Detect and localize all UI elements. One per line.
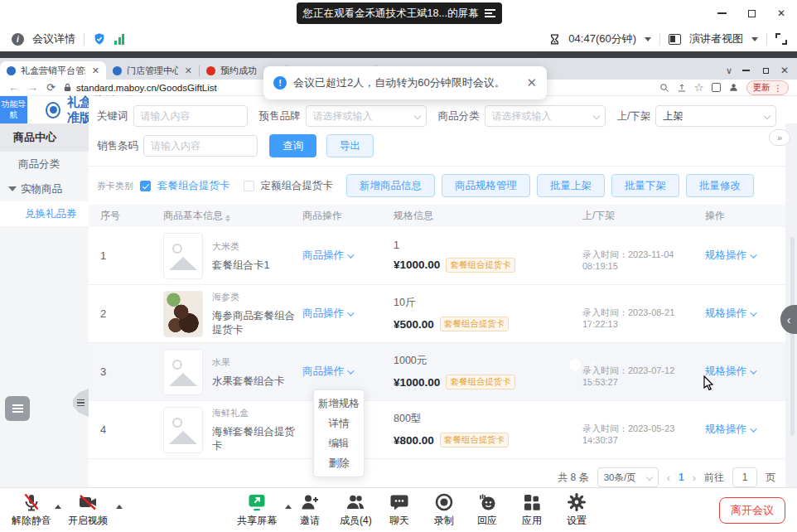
window-maximize-button[interactable] <box>742 4 761 22</box>
forward-icon[interactable]: → <box>27 81 38 94</box>
batch-on-shelf-button[interactable]: 批量上架 <box>537 174 605 197</box>
apps-button[interactable]: 应用 <box>522 492 542 528</box>
fixed-card-checkbox-label[interactable]: 定额组合提货卡 <box>261 179 334 193</box>
tab-close-icon[interactable]: ✕ <box>92 65 99 76</box>
vertical-scrollbar[interactable] <box>790 237 795 436</box>
barcode-input[interactable] <box>143 135 258 157</box>
browser-menu-icon[interactable]: ⋮ <box>774 83 783 93</box>
reactions-button[interactable]: 回应 <box>477 492 497 528</box>
chevron-down-icon <box>592 113 599 119</box>
barcode-label: 销售条码 <box>97 139 138 153</box>
back-icon[interactable]: ← <box>8 81 19 94</box>
timer-dropdown-icon[interactable] <box>645 37 651 41</box>
category-select[interactable]: 请选择或输入 <box>485 105 606 127</box>
share-options-chevron[interactable] <box>285 505 292 509</box>
goto-page-input[interactable] <box>732 467 757 487</box>
batch-edit-button[interactable]: 批量修改 <box>686 174 754 197</box>
speaker-view-button[interactable]: 演讲者视图 <box>689 31 743 46</box>
meeting-details-button[interactable]: 会议详情 <box>32 31 75 46</box>
members-button[interactable]: 成员(4) <box>340 492 372 528</box>
batch-off-shelf-button[interactable]: 批量下架 <box>611 174 679 197</box>
toast-close-icon[interactable]: ✕ <box>526 75 537 90</box>
card-type-tag: 套餐组合提货卡 <box>446 258 515 273</box>
share-icon[interactable] <box>677 83 687 93</box>
page-size-select[interactable]: 30条/页 <box>597 467 659 487</box>
menu-item-detail[interactable]: 详情 <box>314 414 364 433</box>
window-minimize-button[interactable] <box>712 4 731 22</box>
product-action-dropdown[interactable]: 商品操作 <box>302 249 375 263</box>
video-options-chevron[interactable] <box>116 505 123 509</box>
spec-action-dropdown[interactable]: 规格操作 <box>705 307 774 321</box>
product-action-dropdown-open[interactable]: 商品操作 <box>302 365 375 379</box>
card-type-label: 券卡类别 <box>97 180 133 192</box>
browser-update-button[interactable]: 更新 ⋮ <box>746 80 790 95</box>
network-signal-icon[interactable] <box>114 34 124 45</box>
brand-select[interactable]: 请选择或输入 <box>306 105 427 127</box>
zoom-search-icon[interactable] <box>659 83 669 93</box>
bookmark-star-icon[interactable]: ☆ <box>694 81 704 94</box>
keyword-input[interactable] <box>133 105 248 127</box>
spec-manage-button[interactable]: 商品规格管理 <box>442 174 530 197</box>
view-dropdown-icon[interactable] <box>751 37 758 41</box>
settings-button[interactable]: 设置 <box>567 492 587 528</box>
function-nav-tab[interactable]: 功能导航 <box>0 96 27 123</box>
tab-search-chevron-icon[interactable]: ∨ <box>726 65 732 76</box>
product-image-placeholder <box>163 349 203 395</box>
col-basic-info[interactable]: 商品基本信息 <box>163 209 302 223</box>
floating-list-button[interactable] <box>5 396 30 421</box>
toast-info-icon: ! <box>273 76 287 89</box>
share-screen-button[interactable]: 共享屏幕 <box>237 492 277 528</box>
side-panel-icon[interactable] <box>712 83 721 92</box>
profile-avatar-icon[interactable] <box>728 82 739 93</box>
browser-minimize-button[interactable] <box>741 65 752 76</box>
export-button[interactable]: 导出 <box>326 134 374 157</box>
chat-button[interactable]: 聊天 <box>389 492 409 528</box>
sidebar-collapse-handle[interactable] <box>73 389 89 417</box>
current-page[interactable]: 1 <box>679 472 684 483</box>
leave-meeting-button[interactable]: 离开会议 <box>719 497 785 524</box>
fixed-card-checkbox[interactable] <box>244 181 254 191</box>
search-button[interactable]: 查询 <box>269 134 316 157</box>
banner-menu-icon[interactable] <box>485 7 495 19</box>
main-panel: 关键词 预售品牌 请选择或输入 商品分类 请选择或输入 上/下架 上架 销售条码… <box>89 96 785 487</box>
next-page-button[interactable]: › <box>693 472 696 484</box>
mute-options-chevron[interactable] <box>55 505 61 509</box>
shelf-select[interactable]: 上架 <box>655 105 776 127</box>
spec-action-dropdown[interactable]: 规格操作 <box>705 249 774 263</box>
invite-button[interactable]: 邀请 <box>300 492 320 528</box>
sidebar-item-product-category[interactable]: 商品分类 <box>0 152 89 177</box>
product-image-placeholder <box>163 233 203 279</box>
refresh-icon[interactable]: ⟳ <box>46 81 56 94</box>
record-button[interactable]: 录制 <box>434 492 454 528</box>
tab-favicon <box>206 66 215 75</box>
spec-action-dropdown[interactable]: 规格操作 <box>705 423 774 437</box>
menu-item-delete[interactable]: 删除 <box>314 453 364 473</box>
window-close-button[interactable]: ✕ <box>772 4 790 22</box>
prev-page-button[interactable]: ‹ <box>667 472 670 484</box>
meeting-toolbar: 解除静音 开启视频 共享屏幕 <box>0 487 797 532</box>
browser-tab-1[interactable]: 礼盒营销平台管理中心 ✕ <box>0 61 106 80</box>
combo-card-checkbox[interactable] <box>140 181 151 191</box>
fullscreen-icon[interactable] <box>775 33 787 45</box>
unmute-button[interactable]: 解除静音 <box>12 492 51 528</box>
browser-maximize-button[interactable] <box>761 65 772 76</box>
url-field[interactable]: standard.maboy.cn/GoodsGiftList <box>64 83 217 93</box>
col-shelf: 上/下架 <box>582 209 705 223</box>
tab-close-icon[interactable]: ✕ <box>185 65 192 76</box>
sidebar-item-gift-voucher[interactable]: 兑换礼品券 <box>0 201 89 226</box>
sort-icon[interactable] <box>225 215 230 222</box>
start-video-button[interactable]: 开启视频 <box>68 492 108 528</box>
add-product-button[interactable]: 新增商品信息 <box>346 174 435 197</box>
shield-check-icon[interactable] <box>93 32 106 46</box>
combo-card-checkbox-label[interactable]: 套餐组合提货卡 <box>157 179 230 193</box>
browser-close-button[interactable]: ✕ <box>780 65 789 76</box>
sidebar-item-physical-goods[interactable]: 实物商品 <box>0 177 89 201</box>
table-header: 序号 商品基本信息 商品操作 规格信息 上/下架 操作 <box>89 205 785 227</box>
browser-tab-2[interactable]: 门店管理中心 ✕ <box>106 61 199 80</box>
menu-item-edit[interactable]: 编辑 <box>314 433 364 453</box>
product-action-dropdown[interactable]: 商品操作 <box>302 307 375 321</box>
meeting-app-window: 您正在观看金禾通技术王斌18...的屏幕 ✕ i 会议详情 04:47(6 <box>0 0 797 532</box>
collapse-filters-button[interactable]: » <box>769 129 790 146</box>
spec-action-dropdown[interactable]: 规格操作 <box>705 365 774 379</box>
menu-item-add-spec[interactable]: 新增规格 <box>314 394 364 414</box>
